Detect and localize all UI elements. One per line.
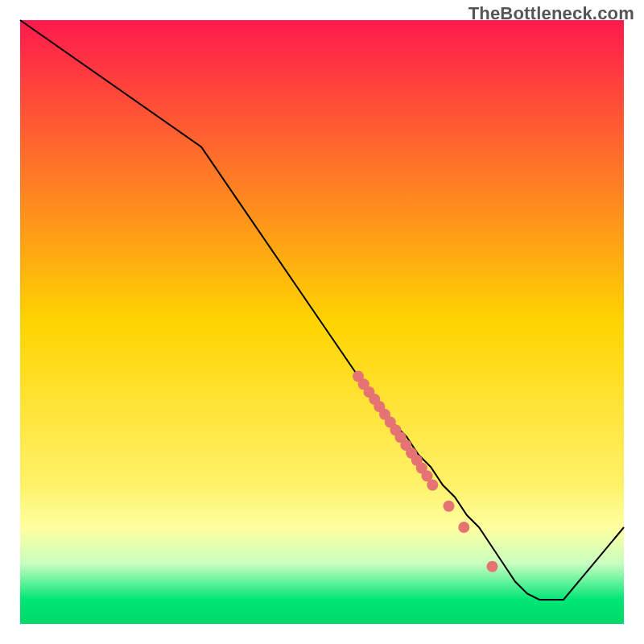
- marker-dot: [487, 561, 498, 572]
- chart-container: TheBottleneck.com: [0, 0, 644, 644]
- watermark-text: TheBottleneck.com: [469, 3, 634, 24]
- marker-dot: [427, 480, 438, 491]
- marker-dot: [458, 522, 469, 533]
- marker-dot: [444, 501, 455, 512]
- chart-svg: [0, 0, 644, 644]
